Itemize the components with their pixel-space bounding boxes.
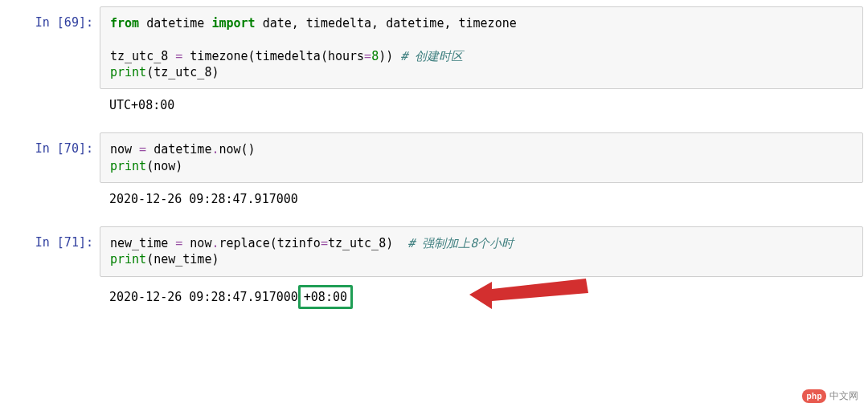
notebook-cell: In [70]: now = datetime.now() print(now)	[5, 132, 863, 183]
paren-open: (	[248, 49, 256, 63]
fn-timezone: timezone	[190, 49, 248, 63]
output-pre-highlight: 2020-12-26 09:28:47.917000	[109, 290, 298, 304]
notebook-cell: In [71]: new_time = now.replace(tzinfo=t…	[5, 226, 863, 277]
paren-open: (	[270, 236, 277, 250]
input-prompt: In [70]:	[5, 132, 100, 183]
kwarg-name: hours	[328, 49, 364, 63]
arg-name: new_time	[154, 252, 211, 267]
paren-close: )	[211, 65, 219, 79]
output-prompt	[5, 186, 100, 212]
input-prompt: In [69]:	[5, 6, 100, 89]
keyword-from: from	[110, 16, 139, 31]
spacing	[393, 236, 407, 250]
paren-close: )	[211, 252, 219, 267]
fn-timedelta: timedelta	[256, 49, 321, 63]
op-assign: =	[168, 236, 190, 250]
prompt-label: In [70]:	[35, 141, 93, 156]
output-row: UTC+08:00	[5, 92, 863, 118]
arg-name: now	[154, 159, 175, 173]
arg-name: tz_utc_8	[328, 236, 386, 250]
highlight-box: +08:00	[298, 285, 353, 309]
paren-close: )	[175, 159, 182, 173]
output-text: 2020-12-26 09:28:47.917000+08:00	[109, 285, 353, 309]
prompt-label: In [71]:	[35, 235, 93, 250]
output-prompt	[5, 92, 100, 118]
code-block: from datetime import date, timedelta, da…	[110, 15, 853, 80]
builtin-print: print	[110, 65, 146, 79]
comment: # 创建时区	[393, 49, 463, 63]
notebook-cell: In [69]: from datetime import date, time…	[5, 6, 863, 89]
output-text: 2020-12-26 09:28:47.917000	[109, 191, 854, 207]
var-name: now	[110, 142, 132, 157]
input-prompt: In [71]:	[5, 226, 100, 277]
paren-open: (	[241, 142, 248, 157]
code-input-area[interactable]: now = datetime.now() print(now)	[100, 132, 863, 183]
paren-open: (	[146, 65, 154, 79]
output-row: 2020-12-26 09:28:47.917000+08:00	[5, 280, 863, 314]
keyword-import: import	[211, 16, 255, 31]
svg-marker-0	[469, 279, 588, 309]
code-input-area[interactable]: new_time = now.replace(tzinfo=tz_utc_8) …	[100, 226, 863, 277]
op-assign: =	[364, 49, 371, 63]
output-text: UTC+08:00	[109, 97, 854, 113]
op-assign: =	[168, 49, 190, 63]
annotation-arrow-icon	[469, 277, 590, 317]
code-input-area[interactable]: from datetime import date, timedelta, da…	[100, 6, 863, 89]
cell-content: new_time = now.replace(tzinfo=tz_utc_8) …	[100, 226, 863, 277]
paren-open: (	[146, 252, 154, 267]
paren-close: )	[379, 49, 386, 63]
cell-content: from datetime import date, timedelta, da…	[100, 6, 863, 89]
paren-close: )	[248, 142, 256, 157]
stdout-output: 2020-12-26 09:28:47.917000	[100, 186, 863, 212]
cell-content: now = datetime.now() print(now)	[100, 132, 863, 183]
var-name: tz_utc_8	[110, 49, 168, 63]
obj-now: now	[190, 236, 211, 250]
paren-close: )	[386, 236, 393, 250]
stdout-output: UTC+08:00	[100, 92, 863, 118]
var-name: new_time	[110, 236, 168, 250]
paren-open: (	[321, 49, 328, 63]
op-assign: =	[132, 142, 154, 157]
op-assign: =	[321, 236, 328, 250]
comment: # 强制加上8个小时	[407, 236, 514, 250]
blank-line	[110, 32, 117, 47]
output-row: 2020-12-26 09:28:47.917000	[5, 186, 863, 212]
stdout-output: 2020-12-26 09:28:47.917000+08:00	[100, 280, 863, 314]
builtin-print: print	[110, 159, 146, 173]
code-block: now = datetime.now() print(now)	[110, 141, 853, 174]
code-block: new_time = now.replace(tzinfo=tz_utc_8) …	[110, 235, 853, 268]
builtin-print: print	[110, 252, 146, 267]
prompt-label: In [69]:	[35, 15, 93, 30]
method-now: now	[219, 142, 240, 157]
arg-name: tz_utc_8	[154, 65, 211, 79]
module-name: datetime	[146, 16, 204, 31]
method-replace: replace	[219, 236, 269, 250]
kwarg-name: tzinfo	[277, 236, 321, 250]
int-literal: 8	[371, 49, 379, 63]
paren-close: )	[386, 49, 393, 63]
import-names: date, timedelta, datetime, timezone	[263, 16, 517, 31]
paren-open: (	[146, 159, 154, 173]
output-prompt	[5, 280, 100, 314]
obj-datetime: datetime	[154, 142, 211, 157]
